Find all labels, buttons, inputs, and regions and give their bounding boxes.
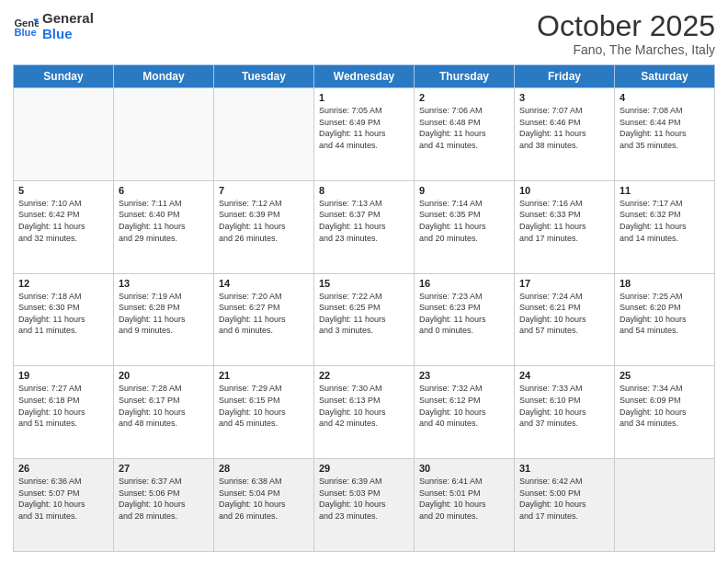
day-info: Sunrise: 7:05 AM Sunset: 6:49 PM Dayligh… [319,105,409,151]
day-number: 30 [419,463,509,474]
day-info: Sunrise: 7:08 AM Sunset: 6:44 PM Dayligh… [620,105,710,151]
day-info: Sunrise: 7:07 AM Sunset: 6:46 PM Dayligh… [519,105,609,151]
calendar-cell: 18Sunrise: 7:25 AM Sunset: 6:20 PM Dayli… [615,273,715,366]
calendar-cell: 17Sunrise: 7:24 AM Sunset: 6:21 PM Dayli… [515,273,615,366]
title-block: October 2025 Fano, The Marches, Italy [537,11,715,57]
day-info: Sunrise: 7:27 AM Sunset: 6:18 PM Dayligh… [18,383,108,429]
calendar-cell: 1Sunrise: 7:05 AM Sunset: 6:49 PM Daylig… [314,88,415,181]
day-info: Sunrise: 6:42 AM Sunset: 5:00 PM Dayligh… [519,476,609,522]
day-info: Sunrise: 7:19 AM Sunset: 6:28 PM Dayligh… [119,291,209,337]
day-number: 1 [319,92,409,103]
col-wednesday: Wednesday [314,65,415,88]
logo-blue: Blue [42,27,94,42]
day-info: Sunrise: 6:36 AM Sunset: 5:07 PM Dayligh… [18,476,108,522]
calendar-cell: 8Sunrise: 7:13 AM Sunset: 6:37 PM Daylig… [314,180,415,273]
calendar-cell: 24Sunrise: 7:33 AM Sunset: 6:10 PM Dayli… [515,366,615,459]
day-info: Sunrise: 6:38 AM Sunset: 5:04 PM Dayligh… [219,476,309,522]
calendar-cell [14,88,114,181]
calendar-cell: 30Sunrise: 6:41 AM Sunset: 5:01 PM Dayli… [415,459,515,552]
calendar-cell: 22Sunrise: 7:30 AM Sunset: 6:13 PM Dayli… [314,366,415,459]
day-number: 8 [319,185,409,196]
day-number: 15 [319,278,409,289]
calendar-cell: 15Sunrise: 7:22 AM Sunset: 6:25 PM Dayli… [314,273,415,366]
day-number: 13 [119,278,209,289]
day-info: Sunrise: 7:12 AM Sunset: 6:39 PM Dayligh… [219,198,309,244]
header: General Blue General Blue October 2025 F… [13,11,715,57]
day-number: 22 [319,370,409,381]
calendar-cell: 12Sunrise: 7:18 AM Sunset: 6:30 PM Dayli… [14,273,114,366]
calendar-cell: 5Sunrise: 7:10 AM Sunset: 6:42 PM Daylig… [14,180,114,273]
calendar-cell: 7Sunrise: 7:12 AM Sunset: 6:39 PM Daylig… [214,180,314,273]
calendar-cell [214,88,314,181]
col-saturday: Saturday [615,65,715,88]
calendar-week-1: 1Sunrise: 7:05 AM Sunset: 6:49 PM Daylig… [14,88,715,181]
day-number: 12 [18,278,108,289]
calendar-week-5: 26Sunrise: 6:36 AM Sunset: 5:07 PM Dayli… [14,459,715,552]
calendar-cell: 23Sunrise: 7:32 AM Sunset: 6:12 PM Dayli… [415,366,515,459]
day-info: Sunrise: 7:23 AM Sunset: 6:23 PM Dayligh… [419,291,509,337]
day-number: 19 [18,370,108,381]
calendar-cell: 4Sunrise: 7:08 AM Sunset: 6:44 PM Daylig… [615,88,715,181]
day-number: 16 [419,278,509,289]
calendar-cell: 14Sunrise: 7:20 AM Sunset: 6:27 PM Dayli… [214,273,314,366]
calendar-cell [615,459,715,552]
col-tuesday: Tuesday [214,65,314,88]
calendar-week-4: 19Sunrise: 7:27 AM Sunset: 6:18 PM Dayli… [14,366,715,459]
day-number: 28 [219,463,309,474]
calendar-cell: 3Sunrise: 7:07 AM Sunset: 6:46 PM Daylig… [515,88,615,181]
calendar-cell: 26Sunrise: 6:36 AM Sunset: 5:07 PM Dayli… [14,459,114,552]
day-number: 18 [620,278,710,289]
day-number: 5 [18,185,108,196]
day-info: Sunrise: 7:29 AM Sunset: 6:15 PM Dayligh… [219,383,309,429]
day-info: Sunrise: 7:28 AM Sunset: 6:17 PM Dayligh… [119,383,209,429]
day-info: Sunrise: 7:33 AM Sunset: 6:10 PM Dayligh… [519,383,609,429]
calendar-week-3: 12Sunrise: 7:18 AM Sunset: 6:30 PM Dayli… [14,273,715,366]
day-info: Sunrise: 7:25 AM Sunset: 6:20 PM Dayligh… [620,291,710,337]
calendar-cell: 28Sunrise: 6:38 AM Sunset: 5:04 PM Dayli… [214,459,314,552]
day-info: Sunrise: 7:34 AM Sunset: 6:09 PM Dayligh… [620,383,710,429]
day-number: 20 [119,370,209,381]
day-number: 23 [419,370,509,381]
calendar-cell: 27Sunrise: 6:37 AM Sunset: 5:06 PM Dayli… [114,459,214,552]
day-number: 14 [219,278,309,289]
calendar-cell: 13Sunrise: 7:19 AM Sunset: 6:28 PM Dayli… [114,273,214,366]
calendar-cell: 21Sunrise: 7:29 AM Sunset: 6:15 PM Dayli… [214,366,314,459]
calendar-cell: 20Sunrise: 7:28 AM Sunset: 6:17 PM Dayli… [114,366,214,459]
col-sunday: Sunday [14,65,114,88]
day-number: 6 [119,185,209,196]
svg-text:Blue: Blue [14,26,36,37]
day-number: 31 [519,463,609,474]
day-info: Sunrise: 7:32 AM Sunset: 6:12 PM Dayligh… [419,383,509,429]
calendar-cell: 29Sunrise: 6:39 AM Sunset: 5:03 PM Dayli… [314,459,415,552]
calendar-cell: 11Sunrise: 7:17 AM Sunset: 6:32 PM Dayli… [615,180,715,273]
day-number: 25 [620,370,710,381]
col-friday: Friday [515,65,615,88]
day-number: 27 [119,463,209,474]
day-number: 29 [319,463,409,474]
calendar-cell [114,88,214,181]
calendar-cell: 25Sunrise: 7:34 AM Sunset: 6:09 PM Dayli… [615,366,715,459]
calendar-cell: 31Sunrise: 6:42 AM Sunset: 5:00 PM Dayli… [515,459,615,552]
day-number: 26 [18,463,108,474]
day-info: Sunrise: 7:16 AM Sunset: 6:33 PM Dayligh… [519,198,609,244]
logo-general: General [42,11,94,27]
day-number: 10 [519,185,609,196]
location: Fano, The Marches, Italy [537,42,715,57]
day-info: Sunrise: 7:20 AM Sunset: 6:27 PM Dayligh… [219,291,309,337]
calendar-cell: 16Sunrise: 7:23 AM Sunset: 6:23 PM Dayli… [415,273,515,366]
page: General Blue General Blue October 2025 F… [0,0,728,563]
day-info: Sunrise: 7:18 AM Sunset: 6:30 PM Dayligh… [18,291,108,337]
day-number: 7 [219,185,309,196]
day-number: 3 [519,92,609,103]
day-info: Sunrise: 7:14 AM Sunset: 6:35 PM Dayligh… [419,198,509,244]
day-info: Sunrise: 6:41 AM Sunset: 5:01 PM Dayligh… [419,476,509,522]
day-info: Sunrise: 6:39 AM Sunset: 5:03 PM Dayligh… [319,476,409,522]
calendar-table: Sunday Monday Tuesday Wednesday Thursday… [13,64,715,552]
day-info: Sunrise: 6:37 AM Sunset: 5:06 PM Dayligh… [119,476,209,522]
logo-icon: General Blue [13,14,39,40]
day-info: Sunrise: 7:24 AM Sunset: 6:21 PM Dayligh… [519,291,609,337]
calendar-cell: 9Sunrise: 7:14 AM Sunset: 6:35 PM Daylig… [415,180,515,273]
day-number: 2 [419,92,509,103]
day-number: 4 [620,92,710,103]
col-monday: Monday [114,65,214,88]
